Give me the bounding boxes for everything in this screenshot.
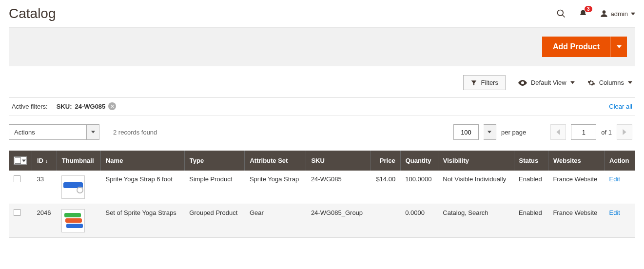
current-page-input[interactable] xyxy=(571,124,596,140)
cell-id: 33 xyxy=(32,171,57,204)
col-websites[interactable]: Websites xyxy=(548,151,604,171)
svg-rect-6 xyxy=(65,218,82,223)
row-checkbox[interactable] xyxy=(14,175,20,182)
cell-sku: 24-WG085 xyxy=(306,171,370,204)
prev-page-button[interactable] xyxy=(550,124,566,140)
cell-websites: France Website xyxy=(548,204,604,238)
cell-name: Set of Sprite Yoga Straps xyxy=(100,204,184,238)
cell-attribute-set: Gear xyxy=(245,204,306,238)
cell-sku: 24-WG085_Group xyxy=(306,204,370,238)
sort-desc-icon: ↓ xyxy=(45,158,48,164)
col-thumbnail[interactable]: Thumbnail xyxy=(57,151,100,171)
edit-link[interactable]: Edit xyxy=(609,209,620,216)
col-action: Action xyxy=(605,151,635,171)
col-attribute-set[interactable]: Attribute Set xyxy=(245,151,306,171)
svg-point-0 xyxy=(557,10,563,16)
caret-down-icon xyxy=(617,44,622,49)
row-checkbox[interactable] xyxy=(14,209,20,216)
bulk-actions-caret[interactable] xyxy=(87,124,99,140)
caret-down-icon xyxy=(22,159,26,163)
chevron-right-icon xyxy=(623,129,626,135)
bulk-actions-select[interactable]: Actions xyxy=(9,124,87,140)
cell-status: Enabled xyxy=(514,204,548,238)
thumbnail-icon xyxy=(61,209,85,232)
page-title: Catalog xyxy=(9,6,56,21)
table-row[interactable]: 33 Sprite Yoga Strap 6 foot Simple Produ… xyxy=(9,171,635,204)
svg-rect-5 xyxy=(64,213,81,217)
columns-label: Columns xyxy=(599,79,624,86)
active-filters-label: Active filters: xyxy=(12,103,48,110)
cell-visibility: Catalog, Search xyxy=(438,204,514,238)
notification-badge: 3 xyxy=(585,6,592,12)
cell-attribute-set: Sprite Yoga Strap xyxy=(245,171,306,204)
filter-chip-sku: SKU: 24-WG085 ✕ xyxy=(57,102,117,110)
filter-chip-key: SKU: xyxy=(57,103,72,110)
col-status[interactable]: Status xyxy=(514,151,548,171)
chevron-left-icon xyxy=(556,129,560,135)
svg-rect-7 xyxy=(66,224,83,228)
eye-icon xyxy=(518,79,527,86)
products-grid: ID↓ Thumbnail Name Type Attribute Set SK… xyxy=(9,151,635,238)
page-actions-toolbar: Add Product xyxy=(9,27,635,66)
remove-filter-icon[interactable]: ✕ xyxy=(108,102,116,110)
thumbnail-icon xyxy=(61,175,85,199)
cell-id: 2046 xyxy=(32,204,57,238)
cell-name: Sprite Yoga Strap 6 foot xyxy=(100,171,184,204)
filters-label: Filters xyxy=(481,79,498,86)
per-page-dropdown[interactable] xyxy=(484,124,496,140)
svg-point-2 xyxy=(602,10,605,14)
cell-visibility: Not Visible Individually xyxy=(438,171,514,204)
cell-websites: France Website xyxy=(548,171,604,204)
col-price[interactable]: Price xyxy=(370,151,400,171)
per-page-input[interactable] xyxy=(453,124,479,140)
notifications-icon[interactable]: 3 xyxy=(579,9,587,19)
add-product-dropdown-toggle[interactable] xyxy=(610,37,627,57)
caret-down-icon xyxy=(91,130,95,134)
caret-down-icon xyxy=(488,130,491,134)
default-view-dropdown[interactable]: Default View xyxy=(518,79,575,86)
records-found: 2 records found xyxy=(113,129,157,136)
filter-chip-value: 24-WG085 xyxy=(75,103,105,110)
col-id[interactable]: ID↓ xyxy=(32,151,57,171)
admin-label: admin xyxy=(611,10,628,18)
cell-type: Simple Product xyxy=(184,171,245,204)
table-row[interactable]: 2046 Set of Sprite Yoga Straps Grouped P… xyxy=(9,204,635,238)
col-visibility[interactable]: Visibility xyxy=(438,151,514,171)
columns-dropdown[interactable]: Columns xyxy=(587,79,632,87)
funnel-icon xyxy=(470,79,477,86)
gear-icon xyxy=(587,79,595,87)
select-all-checkbox[interactable] xyxy=(14,156,27,165)
caret-down-icon xyxy=(631,12,635,16)
add-product-button[interactable]: Add Product xyxy=(542,37,610,57)
cell-price xyxy=(370,204,400,238)
filters-button[interactable]: Filters xyxy=(463,75,506,90)
per-page-label: per page xyxy=(501,129,526,136)
clear-all-filters[interactable]: Clear all xyxy=(609,103,632,110)
cell-quantity: 0.0000 xyxy=(400,204,438,238)
admin-account-dropdown[interactable]: admin xyxy=(600,9,635,18)
cell-type: Grouped Product xyxy=(184,204,245,238)
col-quantity[interactable]: Quantity xyxy=(400,151,438,171)
cell-price: $14.00 xyxy=(370,171,400,204)
cell-status: Enabled xyxy=(514,171,548,204)
edit-link[interactable]: Edit xyxy=(609,175,620,183)
bulk-actions-label: Actions xyxy=(14,129,35,136)
svg-line-1 xyxy=(562,15,565,18)
add-product-label: Add Product xyxy=(553,42,600,51)
col-sku[interactable]: SKU xyxy=(306,151,370,171)
caret-down-icon xyxy=(570,80,575,85)
col-name[interactable]: Name xyxy=(100,151,184,171)
search-icon[interactable] xyxy=(556,9,566,19)
caret-down-icon xyxy=(628,80,632,85)
user-icon xyxy=(600,9,608,18)
col-type[interactable]: Type xyxy=(184,151,245,171)
cell-quantity: 100.0000 xyxy=(400,171,438,204)
page-of-label: of 1 xyxy=(601,129,612,136)
default-view-label: Default View xyxy=(531,79,566,86)
next-page-button[interactable] xyxy=(617,124,632,140)
